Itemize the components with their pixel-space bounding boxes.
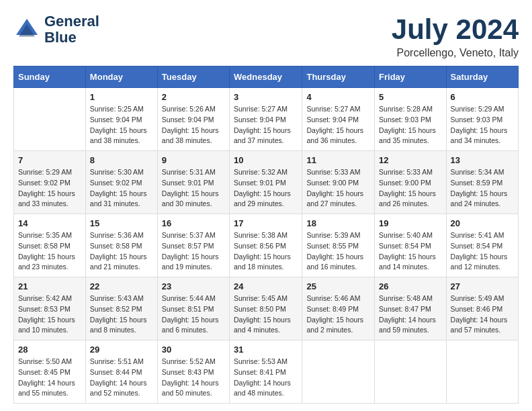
- day-info: Sunrise: 5:33 AM Sunset: 9:00 PM Dayligh…: [379, 167, 441, 210]
- calendar-cell: 10Sunrise: 5:32 AM Sunset: 9:01 PM Dayli…: [230, 151, 302, 214]
- day-info: Sunrise: 5:36 AM Sunset: 8:58 PM Dayligh…: [90, 230, 153, 273]
- day-info: Sunrise: 5:25 AM Sunset: 9:04 PM Dayligh…: [90, 104, 153, 146]
- day-number: 21: [18, 281, 81, 291]
- calendar-cell: 23Sunrise: 5:44 AM Sunset: 8:51 PM Dayli…: [157, 277, 229, 340]
- calendar-cell: 7Sunrise: 5:29 AM Sunset: 9:02 PM Daylig…: [14, 151, 86, 214]
- header-cell-tuesday: Tuesday: [157, 66, 229, 88]
- calendar-cell: 31Sunrise: 5:53 AM Sunset: 8:41 PM Dayli…: [230, 340, 302, 404]
- calendar-cell: 21Sunrise: 5:42 AM Sunset: 8:53 PM Dayli…: [14, 277, 86, 340]
- header-cell-thursday: Thursday: [302, 66, 375, 88]
- day-info: Sunrise: 5:53 AM Sunset: 8:41 PM Dayligh…: [234, 357, 298, 399]
- day-info: Sunrise: 5:42 AM Sunset: 8:53 PM Dayligh…: [18, 293, 81, 336]
- day-number: 15: [90, 218, 153, 228]
- day-number: 4: [306, 92, 370, 102]
- day-number: 7: [18, 155, 81, 165]
- calendar-header: SundayMondayTuesdayWednesdayThursdayFrid…: [14, 66, 519, 88]
- calendar-cell: 29Sunrise: 5:51 AM Sunset: 8:44 PM Dayli…: [85, 340, 157, 404]
- day-number: 25: [306, 281, 370, 291]
- day-number: 9: [162, 155, 225, 165]
- day-info: Sunrise: 5:37 AM Sunset: 8:57 PM Dayligh…: [162, 230, 225, 273]
- day-info: Sunrise: 5:49 AM Sunset: 8:46 PM Dayligh…: [451, 293, 514, 336]
- calendar-cell: 27Sunrise: 5:49 AM Sunset: 8:46 PM Dayli…: [446, 277, 518, 340]
- logo-icon: [13, 16, 40, 43]
- day-number: 5: [379, 92, 441, 102]
- header-cell-saturday: Saturday: [446, 66, 518, 88]
- header-cell-wednesday: Wednesday: [230, 66, 302, 88]
- day-info: Sunrise: 5:51 AM Sunset: 8:44 PM Dayligh…: [90, 357, 153, 399]
- week-row-4: 21Sunrise: 5:42 AM Sunset: 8:53 PM Dayli…: [14, 277, 519, 340]
- day-info: Sunrise: 5:27 AM Sunset: 9:04 PM Dayligh…: [306, 104, 370, 146]
- day-info: Sunrise: 5:44 AM Sunset: 8:51 PM Dayligh…: [162, 293, 225, 336]
- day-number: 6: [451, 92, 514, 102]
- day-number: 12: [379, 155, 441, 165]
- day-info: Sunrise: 5:46 AM Sunset: 8:49 PM Dayligh…: [306, 293, 370, 336]
- calendar-cell: 6Sunrise: 5:29 AM Sunset: 9:03 PM Daylig…: [446, 88, 518, 151]
- calendar-body: 1Sunrise: 5:25 AM Sunset: 9:04 PM Daylig…: [14, 88, 519, 404]
- calendar-cell: 24Sunrise: 5:45 AM Sunset: 8:50 PM Dayli…: [230, 277, 302, 340]
- week-row-2: 7Sunrise: 5:29 AM Sunset: 9:02 PM Daylig…: [14, 151, 519, 214]
- day-info: Sunrise: 5:31 AM Sunset: 9:01 PM Dayligh…: [162, 167, 225, 210]
- day-info: Sunrise: 5:26 AM Sunset: 9:04 PM Dayligh…: [162, 104, 225, 146]
- day-number: 31: [234, 345, 298, 355]
- calendar-table: SundayMondayTuesdayWednesdayThursdayFrid…: [13, 66, 519, 404]
- month-title: July 2024: [392, 13, 519, 46]
- day-number: 30: [162, 345, 225, 355]
- header-row: SundayMondayTuesdayWednesdayThursdayFrid…: [14, 66, 519, 88]
- calendar-cell: [14, 88, 86, 151]
- calendar-cell: 13Sunrise: 5:34 AM Sunset: 8:59 PM Dayli…: [446, 151, 518, 214]
- calendar-cell: 16Sunrise: 5:37 AM Sunset: 8:57 PM Dayli…: [157, 214, 229, 277]
- day-info: Sunrise: 5:41 AM Sunset: 8:54 PM Dayligh…: [451, 230, 514, 273]
- day-info: Sunrise: 5:39 AM Sunset: 8:55 PM Dayligh…: [306, 230, 370, 273]
- day-number: 26: [379, 281, 441, 291]
- calendar-cell: [302, 340, 375, 404]
- calendar-cell: 26Sunrise: 5:48 AM Sunset: 8:47 PM Dayli…: [375, 277, 446, 340]
- day-number: 29: [90, 345, 153, 355]
- week-row-5: 28Sunrise: 5:50 AM Sunset: 8:45 PM Dayli…: [14, 340, 519, 404]
- day-number: 22: [90, 281, 153, 291]
- day-number: 3: [234, 92, 298, 102]
- calendar-cell: 18Sunrise: 5:39 AM Sunset: 8:55 PM Dayli…: [302, 214, 375, 277]
- calendar-cell: 8Sunrise: 5:30 AM Sunset: 9:02 PM Daylig…: [85, 151, 157, 214]
- day-number: 17: [234, 218, 298, 228]
- day-info: Sunrise: 5:43 AM Sunset: 8:52 PM Dayligh…: [90, 293, 153, 336]
- calendar-cell: 3Sunrise: 5:27 AM Sunset: 9:04 PM Daylig…: [230, 88, 302, 151]
- calendar-cell: 1Sunrise: 5:25 AM Sunset: 9:04 PM Daylig…: [85, 88, 157, 151]
- title-section: July 2024 Porcellengo, Veneto, Italy: [392, 13, 519, 59]
- header: General Blue July 2024 Porcellengo, Vene…: [13, 13, 519, 59]
- day-number: 28: [18, 345, 81, 355]
- calendar-cell: 11Sunrise: 5:33 AM Sunset: 9:00 PM Dayli…: [302, 151, 375, 214]
- day-info: Sunrise: 5:29 AM Sunset: 9:03 PM Dayligh…: [451, 104, 514, 146]
- calendar-cell: 19Sunrise: 5:40 AM Sunset: 8:54 PM Dayli…: [375, 214, 446, 277]
- day-info: Sunrise: 5:40 AM Sunset: 8:54 PM Dayligh…: [379, 230, 441, 273]
- calendar-cell: 15Sunrise: 5:36 AM Sunset: 8:58 PM Dayli…: [85, 214, 157, 277]
- day-info: Sunrise: 5:27 AM Sunset: 9:04 PM Dayligh…: [234, 104, 298, 146]
- calendar-cell: 5Sunrise: 5:28 AM Sunset: 9:03 PM Daylig…: [375, 88, 446, 151]
- calendar-cell: 22Sunrise: 5:43 AM Sunset: 8:52 PM Dayli…: [85, 277, 157, 340]
- day-number: 1: [90, 92, 153, 102]
- header-cell-sunday: Sunday: [14, 66, 86, 88]
- day-number: 27: [451, 281, 514, 291]
- day-info: Sunrise: 5:30 AM Sunset: 9:02 PM Dayligh…: [90, 167, 153, 210]
- day-info: Sunrise: 5:45 AM Sunset: 8:50 PM Dayligh…: [234, 293, 298, 336]
- week-row-1: 1Sunrise: 5:25 AM Sunset: 9:04 PM Daylig…: [14, 88, 519, 151]
- calendar-cell: 4Sunrise: 5:27 AM Sunset: 9:04 PM Daylig…: [302, 88, 375, 151]
- calendar-cell: 9Sunrise: 5:31 AM Sunset: 9:01 PM Daylig…: [157, 151, 229, 214]
- calendar-cell: [375, 340, 446, 404]
- header-cell-monday: Monday: [85, 66, 157, 88]
- calendar-cell: 28Sunrise: 5:50 AM Sunset: 8:45 PM Dayli…: [14, 340, 86, 404]
- day-number: 13: [451, 155, 514, 165]
- day-info: Sunrise: 5:28 AM Sunset: 9:03 PM Dayligh…: [379, 104, 441, 146]
- header-cell-friday: Friday: [375, 66, 446, 88]
- subtitle: Porcellengo, Veneto, Italy: [392, 47, 519, 59]
- day-number: 11: [306, 155, 370, 165]
- day-info: Sunrise: 5:38 AM Sunset: 8:56 PM Dayligh…: [234, 230, 298, 273]
- day-number: 16: [162, 218, 225, 228]
- day-info: Sunrise: 5:33 AM Sunset: 9:00 PM Dayligh…: [306, 167, 370, 210]
- day-number: 24: [234, 281, 298, 291]
- calendar-cell: 17Sunrise: 5:38 AM Sunset: 8:56 PM Dayli…: [230, 214, 302, 277]
- day-number: 10: [234, 155, 298, 165]
- week-row-3: 14Sunrise: 5:35 AM Sunset: 8:58 PM Dayli…: [14, 214, 519, 277]
- day-info: Sunrise: 5:29 AM Sunset: 9:02 PM Dayligh…: [18, 167, 81, 210]
- day-info: Sunrise: 5:32 AM Sunset: 9:01 PM Dayligh…: [234, 167, 298, 210]
- calendar-cell: 30Sunrise: 5:52 AM Sunset: 8:43 PM Dayli…: [157, 340, 229, 404]
